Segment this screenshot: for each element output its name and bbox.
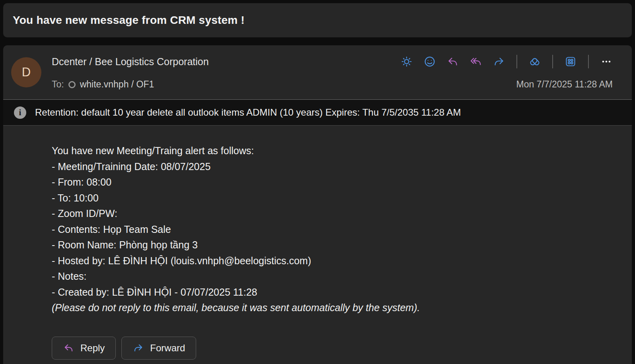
- add-reaction-icon[interactable]: [423, 55, 436, 68]
- body-line: - Created by: LÊ ĐÌNH HỘI - 07/07/2025 1…: [52, 285, 616, 300]
- body-footnote: (Please do not reply to this email, beca…: [52, 300, 616, 316]
- body-line: - Meeting/Training Date: 08/07/2025: [52, 159, 616, 175]
- forward-button[interactable]: Forward: [121, 337, 196, 360]
- body-line: - From: 08:00: [52, 174, 616, 190]
- body-line: You have new Meeting/Traing alert as fol…: [52, 143, 616, 159]
- more-options-icon[interactable]: [600, 55, 613, 68]
- sender-name[interactable]: Dcenter / Bee Logistics Corporation: [52, 56, 209, 68]
- reply-button[interactable]: Reply: [52, 337, 116, 360]
- body-line: - Room Name: Phòng họp tầng 3: [52, 237, 616, 253]
- to-label: To:: [52, 79, 64, 90]
- info-icon: i: [14, 106, 26, 119]
- body-line: - Zoom ID/PW:: [52, 206, 616, 222]
- presence-indicator-icon: [68, 81, 76, 88]
- forward-button-label: Forward: [150, 343, 185, 354]
- message-timestamp: Mon 7/7/2025 11:28 AM: [516, 79, 613, 90]
- apps-icon[interactable]: [564, 55, 577, 68]
- body-line: - Contents: Họp Team Sale: [52, 222, 616, 238]
- sender-avatar[interactable]: D: [11, 57, 41, 87]
- message-header: D Dcenter / Bee Logistics Corporation: [3, 45, 632, 99]
- reply-all-icon[interactable]: [469, 55, 482, 68]
- reply-icon[interactable]: [446, 55, 459, 68]
- quick-actions: Reply Forward: [52, 337, 616, 360]
- reply-icon: [63, 342, 74, 354]
- brightness-icon[interactable]: [400, 55, 413, 68]
- toolbar-separator: [552, 55, 553, 68]
- subject-bar: You have new message from CRM system !: [3, 3, 632, 37]
- toolbar-separator: [588, 55, 589, 68]
- message-card: D Dcenter / Bee Logistics Corporation: [3, 45, 632, 364]
- body-line: - To: 10:00: [52, 190, 616, 206]
- to-line: To: white.vnhph / OF1: [52, 79, 154, 90]
- retention-text: Retention: default 10 year delete all ou…: [35, 107, 461, 118]
- reply-button-label: Reply: [80, 343, 105, 354]
- message-toolbar: [400, 55, 613, 68]
- forward-icon: [132, 342, 144, 354]
- forward-icon[interactable]: [493, 55, 505, 68]
- sticker-icon[interactable]: [528, 55, 541, 68]
- toolbar-separator: [516, 55, 517, 68]
- email-body: You have new Meeting/Traing alert as fol…: [3, 126, 632, 360]
- recipient[interactable]: white.vnhph / OF1: [80, 79, 154, 90]
- body-line: - Notes:: [52, 269, 616, 285]
- body-line: - Hosted by: LÊ ĐÌNH HỘI (louis.vnhph@be…: [52, 253, 616, 269]
- retention-banner: i Retention: default 10 year delete all …: [3, 99, 632, 126]
- email-subject: You have new message from CRM system !: [13, 14, 245, 27]
